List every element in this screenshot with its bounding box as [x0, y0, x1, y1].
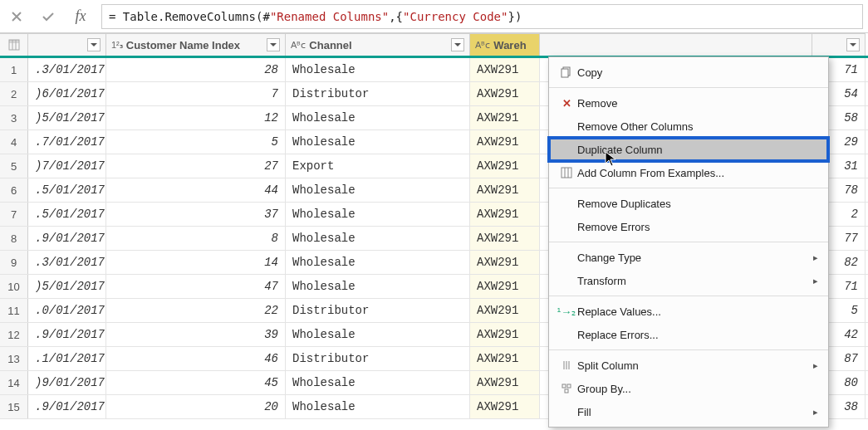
row-number[interactable]: 7	[0, 203, 28, 226]
cell-warehouse[interactable]: AXW291	[470, 323, 540, 346]
row-number[interactable]: 8	[0, 227, 28, 250]
formula-input[interactable]: = Table.RemoveColumns(# "Renamed Columns…	[101, 4, 863, 29]
cell-customer[interactable]: 28	[106, 58, 286, 81]
cell-channel[interactable]: Wholesale	[286, 58, 470, 81]
row-number[interactable]: 6	[0, 178, 28, 202]
cell-date[interactable]: .9/01/2017	[28, 323, 106, 346]
cancel-formula-button[interactable]	[5, 5, 28, 28]
cell-date[interactable]: )9/01/2017	[28, 371, 106, 394]
cell-channel[interactable]: Wholesale	[286, 275, 470, 298]
column-header-date[interactable]	[28, 33, 106, 56]
row-number[interactable]: 5	[0, 154, 28, 178]
cell-date[interactable]: .3/01/2017	[28, 58, 106, 81]
menu-group-by[interactable]: Group By...	[549, 377, 828, 400]
cell-warehouse[interactable]: AXW291	[470, 178, 540, 202]
row-number[interactable]: 1	[0, 58, 28, 81]
column-header-number[interactable]	[812, 33, 866, 56]
cell-customer[interactable]: 12	[106, 106, 286, 129]
cell-customer[interactable]: 5	[106, 130, 286, 154]
column-filter-dropdown[interactable]	[846, 38, 860, 51]
cell-warehouse[interactable]: AXW291	[470, 203, 540, 226]
menu-change-type[interactable]: Change Type	[549, 246, 828, 269]
table-corner-button[interactable]	[0, 33, 28, 56]
commit-formula-button[interactable]	[37, 5, 60, 28]
cell-channel[interactable]: Wholesale	[286, 395, 470, 418]
cell-date[interactable]: )5/01/2017	[28, 275, 106, 298]
cell-customer[interactable]: 46	[106, 347, 286, 370]
menu-duplicate-column[interactable]: Duplicate Column	[549, 138, 828, 161]
cell-customer[interactable]: 37	[106, 203, 286, 226]
column-filter-dropdown[interactable]	[451, 38, 464, 51]
cell-date[interactable]: )5/01/2017	[28, 106, 106, 129]
cell-channel[interactable]: Distributor	[286, 299, 470, 322]
cell-warehouse[interactable]: AXW291	[470, 299, 540, 322]
column-filter-dropdown[interactable]	[87, 38, 101, 51]
menu-replace-values[interactable]: ¹→₂ Replace Values...	[549, 300, 828, 323]
cell-channel[interactable]: Wholesale	[286, 251, 470, 274]
cell-warehouse[interactable]: AXW291	[470, 82, 540, 105]
menu-remove[interactable]: ✕ Remove	[549, 91, 828, 115]
menu-split-column[interactable]: Split Column	[549, 354, 828, 377]
column-header-warehouse[interactable]: Aᴮᴄ Wareh	[470, 33, 540, 56]
cell-customer[interactable]: 47	[106, 275, 286, 298]
cell-date[interactable]: .5/01/2017	[28, 203, 106, 226]
cell-channel[interactable]: Wholesale	[286, 323, 470, 346]
row-number[interactable]: 4	[0, 130, 28, 154]
cell-warehouse[interactable]: AXW291	[470, 130, 540, 154]
cell-warehouse[interactable]: AXW291	[470, 347, 540, 370]
menu-copy[interactable]: Copy	[549, 61, 828, 84]
menu-transform[interactable]: Transform	[549, 269, 828, 292]
cell-warehouse[interactable]: AXW291	[470, 275, 540, 298]
cell-date[interactable]: )6/01/2017	[28, 82, 106, 105]
row-number[interactable]: 12	[0, 323, 28, 346]
cell-warehouse[interactable]: AXW291	[470, 371, 540, 394]
cell-channel[interactable]: Wholesale	[286, 371, 470, 394]
cell-warehouse[interactable]: AXW291	[470, 251, 540, 274]
cell-date[interactable]: .5/01/2017	[28, 178, 106, 202]
cell-channel[interactable]: Wholesale	[286, 130, 470, 154]
column-header-customer[interactable]: 1²₃ Customer Name Index	[106, 33, 286, 56]
cell-customer[interactable]: 39	[106, 323, 286, 346]
menu-remove-others[interactable]: Remove Other Columns	[549, 115, 828, 138]
row-number[interactable]: 11	[0, 299, 28, 322]
cell-date[interactable]: .9/01/2017	[28, 227, 106, 250]
cell-customer[interactable]: 7	[106, 82, 286, 105]
row-number[interactable]: 10	[0, 275, 28, 298]
cell-warehouse[interactable]: AXW291	[470, 395, 540, 418]
cell-warehouse[interactable]: AXW291	[470, 58, 540, 81]
cell-channel[interactable]: Distributor	[286, 347, 470, 370]
cell-customer[interactable]: 45	[106, 371, 286, 394]
cell-date[interactable]: .9/01/2017	[28, 395, 106, 418]
cell-customer[interactable]: 22	[106, 299, 286, 322]
row-number[interactable]: 13	[0, 347, 28, 370]
menu-replace-errors[interactable]: Replace Errors...	[549, 323, 828, 346]
cell-warehouse[interactable]: AXW291	[470, 227, 540, 250]
menu-remove-errors[interactable]: Remove Errors	[549, 215, 828, 238]
cell-channel[interactable]: Wholesale	[286, 227, 470, 250]
cell-warehouse[interactable]: AXW291	[470, 106, 540, 129]
menu-add-from-examples[interactable]: Add Column From Examples...	[549, 161, 828, 184]
cell-customer[interactable]: 8	[106, 227, 286, 250]
row-number[interactable]: 2	[0, 82, 28, 105]
column-header-channel[interactable]: Aᴮᴄ Channel	[286, 33, 470, 56]
menu-remove-duplicates[interactable]: Remove Duplicates	[549, 192, 828, 215]
menu-fill[interactable]: Fill	[549, 400, 828, 423]
cell-date[interactable]: .1/01/2017	[28, 347, 106, 370]
row-number[interactable]: 14	[0, 371, 28, 394]
cell-customer[interactable]: 27	[106, 154, 286, 178]
cell-date[interactable]: .3/01/2017	[28, 251, 106, 274]
row-number[interactable]: 9	[0, 251, 28, 274]
cell-date[interactable]: .0/01/2017	[28, 299, 106, 322]
cell-channel[interactable]: Wholesale	[286, 178, 470, 202]
column-filter-dropdown[interactable]	[267, 38, 280, 51]
cell-date[interactable]: .7/01/2017	[28, 130, 106, 154]
cell-channel[interactable]: Wholesale	[286, 203, 470, 226]
cell-channel[interactable]: Export	[286, 154, 470, 178]
cell-customer[interactable]: 44	[106, 178, 286, 202]
row-number[interactable]: 3	[0, 106, 28, 129]
cell-channel[interactable]: Distributor	[286, 82, 470, 105]
cell-channel[interactable]: Wholesale	[286, 106, 470, 129]
row-number[interactable]: 15	[0, 395, 28, 418]
cell-warehouse[interactable]: AXW291	[470, 154, 540, 178]
cell-customer[interactable]: 20	[106, 395, 286, 418]
